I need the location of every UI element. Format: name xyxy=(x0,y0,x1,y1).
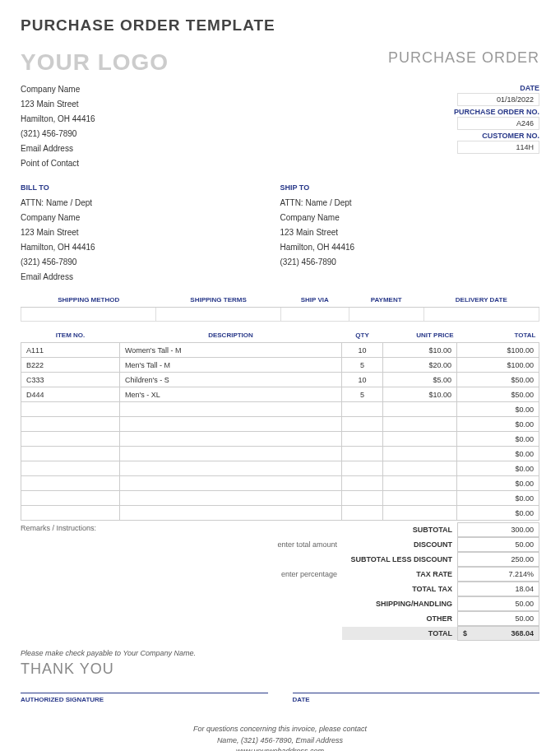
table-row: $0.00 xyxy=(21,402,539,417)
company-info: Company Name 123 Main Street Hamilton, O… xyxy=(21,82,95,171)
item-price-header: UNIT PRICE xyxy=(383,328,457,343)
discount-hint: enter total amount xyxy=(277,540,337,549)
item-price-cell xyxy=(383,506,457,521)
item-price-cell xyxy=(383,447,457,461)
item-price-cell xyxy=(383,491,457,506)
payable-note: Please make check payable to Your Compan… xyxy=(21,649,539,657)
item-total-cell: $0.00 xyxy=(457,432,539,447)
item-price-cell xyxy=(383,402,457,417)
item-qty-cell xyxy=(342,447,383,461)
tax-rate-label: TAX RATE xyxy=(342,568,457,581)
ship-terms-cell xyxy=(156,308,280,322)
company-email: Email Address xyxy=(21,141,95,156)
table-row: $0.00 xyxy=(21,491,539,506)
shipping-value: 50.00 xyxy=(457,596,539,611)
table-row: $0.00 xyxy=(21,417,539,432)
item-total-header: TOTAL xyxy=(457,328,539,343)
item-desc-header: DESCRIPTION xyxy=(120,328,342,343)
item-qty-cell: 5 xyxy=(342,387,383,402)
page-title: PURCHASE ORDER TEMPLATE xyxy=(21,16,539,35)
item-no-cell xyxy=(21,461,120,476)
signature-row: AUTHORIZED SIGNATURE DATE xyxy=(21,693,539,703)
company-meta-row: Company Name 123 Main Street Hamilton, O… xyxy=(21,82,539,171)
table-row: $0.00 xyxy=(21,476,539,491)
company-phone: (321) 456-7890 xyxy=(21,127,95,141)
item-desc-cell xyxy=(120,461,342,476)
item-desc-cell: Women's Tall - M xyxy=(120,343,342,358)
other-label: OTHER xyxy=(342,612,457,625)
cust-no-value: 114H xyxy=(457,141,539,154)
ship-terms-header: SHIPPING TERMS xyxy=(156,293,280,308)
item-total-cell: $0.00 xyxy=(457,506,539,521)
item-qty-cell xyxy=(342,506,383,521)
company-street: 123 Main Street xyxy=(21,97,95,112)
header-row: YOUR LOGO PURCHASE ORDER xyxy=(21,49,539,76)
item-qty-cell xyxy=(342,417,383,432)
total-value: $368.04 xyxy=(457,626,539,641)
final-amount: 368.04 xyxy=(511,629,534,637)
totals-block: SUBTOTAL300.00 enter total amountDISCOUN… xyxy=(277,522,539,641)
table-row: C333Children's - S10$5.00$50.00 xyxy=(21,373,539,387)
item-total-cell: $50.00 xyxy=(457,373,539,387)
bill-to: BILL TO ATTN: Name / Dept Company Name 1… xyxy=(21,181,280,285)
ship-method-header: SHIPPING METHOD xyxy=(21,293,156,308)
item-qty-cell xyxy=(342,432,383,447)
item-price-cell: $10.00 xyxy=(383,343,457,358)
item-no-cell xyxy=(21,402,120,417)
payment-header: PAYMENT xyxy=(349,293,423,308)
item-desc-cell xyxy=(120,506,342,521)
table-row: $0.00 xyxy=(21,461,539,476)
payment-cell xyxy=(349,308,423,322)
item-total-cell: $0.00 xyxy=(457,476,539,491)
po-meta: DATE 01/18/2022 PURCHASE ORDER NO. A246 … xyxy=(454,82,539,171)
item-total-cell: $50.00 xyxy=(457,387,539,402)
table-row: B222Men's Tall - M5$20.00$100.00 xyxy=(21,358,539,373)
ship-to: SHIP TO ATTN: Name / Dept Company Name 1… xyxy=(280,181,540,285)
bill-to-label: BILL TO xyxy=(21,181,280,194)
item-desc-cell: Children's - S xyxy=(120,373,342,387)
item-qty-cell xyxy=(342,476,383,491)
item-no-cell: B222 xyxy=(21,358,120,373)
shipping-table: SHIPPING METHOD SHIPPING TERMS SHIP VIA … xyxy=(21,293,539,322)
item-qty-cell xyxy=(342,461,383,476)
item-desc-cell xyxy=(120,476,342,491)
footer-line2: Name, (321) 456-7890, Email Address xyxy=(21,735,539,747)
bill-phone: (321) 456-7890 xyxy=(21,255,280,270)
item-desc-cell xyxy=(120,417,342,432)
logo-placeholder: YOUR LOGO xyxy=(21,49,169,76)
item-no-cell: C333 xyxy=(21,373,120,387)
footer-link: www.yourwebaddress.com xyxy=(21,746,539,751)
ship-city: Hamilton, OH 44416 xyxy=(280,240,540,255)
total-tax-value: 18.04 xyxy=(457,582,539,596)
item-qty-cell: 10 xyxy=(342,343,383,358)
item-desc-cell: Men's Tall - M xyxy=(120,358,342,373)
subtotal-label: SUBTOTAL xyxy=(342,523,457,536)
less-discount-label: SUBTOTAL LESS DISCOUNT xyxy=(342,553,457,566)
item-desc-cell xyxy=(120,432,342,447)
bill-email: Email Address xyxy=(21,270,280,285)
item-no-cell xyxy=(21,447,120,461)
bill-street: 123 Main Street xyxy=(21,225,280,240)
document-type: PURCHASE ORDER xyxy=(388,49,539,67)
footer: For questions concerning this invoice, p… xyxy=(21,724,539,751)
item-price-cell xyxy=(383,461,457,476)
shipping-row xyxy=(21,308,539,322)
table-row: $0.00 xyxy=(21,447,539,461)
item-qty-cell: 5 xyxy=(342,358,383,373)
tax-rate-value: 7.214% xyxy=(457,567,539,582)
item-desc-cell xyxy=(120,402,342,417)
item-no-cell xyxy=(21,491,120,506)
total-label: TOTAL xyxy=(342,627,457,640)
item-total-cell: $0.00 xyxy=(457,402,539,417)
po-no-label: PURCHASE ORDER NO. xyxy=(454,108,539,116)
table-row: A111Women's Tall - M10$10.00$100.00 xyxy=(21,343,539,358)
ship-via-cell xyxy=(280,308,349,322)
company-city: Hamilton, OH 44416 xyxy=(21,112,95,127)
signature-label: AUTHORIZED SIGNATURE xyxy=(21,693,268,703)
ship-street: 123 Main Street xyxy=(280,225,540,240)
less-discount-value: 250.00 xyxy=(457,552,539,567)
company-name: Company Name xyxy=(21,82,95,97)
table-row: D444Men's - XL5$10.00$50.00 xyxy=(21,387,539,402)
tax-hint: enter percentage xyxy=(281,570,337,578)
subtotal-value: 300.00 xyxy=(457,522,539,537)
